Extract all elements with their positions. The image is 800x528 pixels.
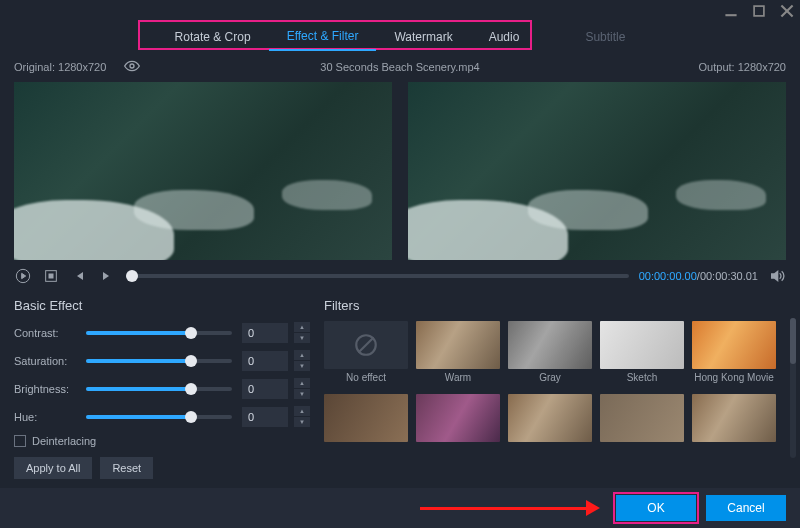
maximize-button[interactable] <box>752 4 766 18</box>
label-contrast: Contrast: <box>14 327 80 339</box>
infobar: Original: 1280x720 30 Seconds Beach Scen… <box>0 52 800 82</box>
filter-item-10[interactable] <box>692 394 776 459</box>
spinner-brightness[interactable]: ▲▼ <box>294 378 310 400</box>
filters-title: Filters <box>324 298 786 313</box>
filter-item-7[interactable] <box>416 394 500 459</box>
spinner-hue[interactable]: ▲▼ <box>294 406 310 428</box>
reset-button[interactable]: Reset <box>100 457 153 479</box>
row-hue: Hue: 0 ▲▼ <box>14 405 310 429</box>
scrub-knob[interactable] <box>126 270 138 282</box>
deinterlacing-label: Deinterlacing <box>32 435 96 447</box>
close-button[interactable] <box>780 4 794 18</box>
svg-marker-6 <box>22 273 26 278</box>
spinner-saturation[interactable]: ▲▼ <box>294 350 310 372</box>
stop-button[interactable] <box>42 267 60 285</box>
basic-effect-panel: Basic Effect Contrast: 0 ▲▼ Saturation: … <box>14 298 310 472</box>
footer: OK Cancel <box>0 488 800 528</box>
row-brightness: Brightness: 0 ▲▼ <box>14 377 310 401</box>
volume-icon[interactable] <box>768 267 786 285</box>
output-dimensions: Output: 1280x720 <box>699 61 786 73</box>
label-hue: Hue: <box>14 411 80 423</box>
svg-rect-8 <box>49 274 53 278</box>
value-saturation[interactable]: 0 <box>242 351 288 371</box>
apply-to-all-button[interactable]: Apply to All <box>14 457 92 479</box>
filter-warm[interactable]: Warm <box>416 321 500 386</box>
row-contrast: Contrast: 0 ▲▼ <box>14 321 310 345</box>
deinterlacing-row[interactable]: Deinterlacing <box>14 435 310 447</box>
label-brightness: Brightness: <box>14 383 80 395</box>
tab-subtitle[interactable]: Subtitle <box>567 24 643 50</box>
filter-gray[interactable]: Gray <box>508 321 592 386</box>
playbar: 00:00:00.00/00:00:30.01 <box>0 260 800 292</box>
filter-hongkong-movie[interactable]: Hong Kong Movie <box>692 321 776 386</box>
tabs: Rotate & Crop Effect & Filter Watermark … <box>0 22 800 52</box>
lower-panel: Basic Effect Contrast: 0 ▲▼ Saturation: … <box>0 292 800 478</box>
ok-button[interactable]: OK <box>616 495 696 521</box>
tab-effect-filter[interactable]: Effect & Filter <box>269 23 377 51</box>
svg-point-4 <box>130 64 134 68</box>
filters-panel: Filters No effect Warm Gray Sketch Hong … <box>324 298 786 472</box>
preview-output <box>408 82 786 260</box>
preview-original <box>14 82 392 260</box>
play-button[interactable] <box>14 267 32 285</box>
svg-rect-1 <box>754 6 764 16</box>
titlebar <box>0 0 800 22</box>
slider-saturation[interactable] <box>86 359 232 363</box>
slider-contrast[interactable] <box>86 331 232 335</box>
preview-toggle-icon[interactable] <box>124 58 140 76</box>
spinner-contrast[interactable]: ▲▼ <box>294 322 310 344</box>
slider-hue[interactable] <box>86 415 232 419</box>
value-hue[interactable]: 0 <box>242 407 288 427</box>
filter-sketch[interactable]: Sketch <box>600 321 684 386</box>
svg-line-11 <box>358 337 373 352</box>
filter-item-8[interactable] <box>508 394 592 459</box>
value-brightness[interactable]: 0 <box>242 379 288 399</box>
label-saturation: Saturation: <box>14 355 80 367</box>
filter-no-effect[interactable]: No effect <box>324 321 408 386</box>
filter-item-9[interactable] <box>600 394 684 459</box>
basic-effect-title: Basic Effect <box>14 298 310 313</box>
preview-area <box>0 82 800 260</box>
next-frame-button[interactable] <box>98 267 116 285</box>
tab-audio[interactable]: Audio <box>471 24 538 50</box>
timecode: 00:00:00.00/00:00:30.01 <box>639 270 758 282</box>
minimize-button[interactable] <box>724 4 738 18</box>
tab-rotate-crop[interactable]: Rotate & Crop <box>157 24 269 50</box>
prev-frame-button[interactable] <box>70 267 88 285</box>
tab-watermark[interactable]: Watermark <box>376 24 470 50</box>
filename-label: 30 Seconds Beach Scenery.mp4 <box>320 61 479 73</box>
svg-marker-9 <box>772 271 778 280</box>
cancel-button[interactable]: Cancel <box>706 495 786 521</box>
original-dimensions: Original: 1280x720 <box>14 61 106 73</box>
slider-brightness[interactable] <box>86 387 232 391</box>
deinterlacing-checkbox[interactable] <box>14 435 26 447</box>
row-saturation: Saturation: 0 ▲▼ <box>14 349 310 373</box>
scrub-track[interactable] <box>126 274 629 278</box>
filters-scrollbar[interactable] <box>790 318 796 458</box>
value-contrast[interactable]: 0 <box>242 323 288 343</box>
filter-item-6[interactable] <box>324 394 408 459</box>
